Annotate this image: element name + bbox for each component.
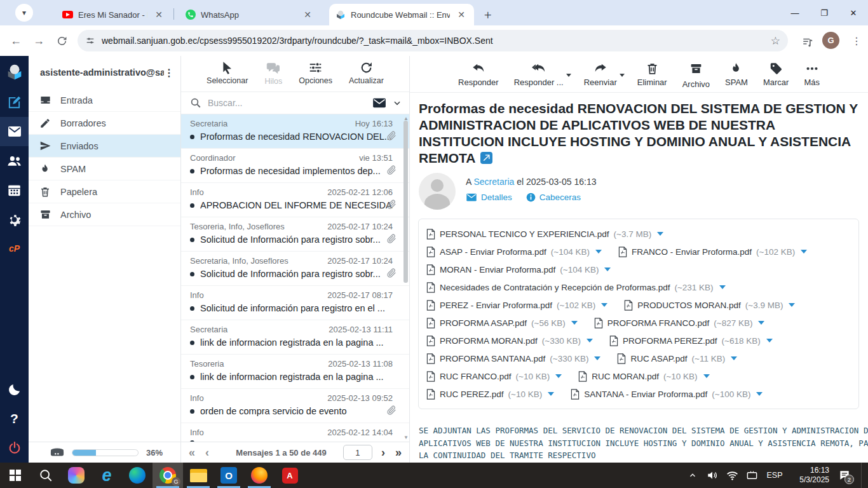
attachment-item[interactable]: RUC ASAP.pdf (~11 KB): [617, 349, 737, 367]
prev-page-button[interactable]: ‹: [205, 446, 209, 459]
attachment-item[interactable]: PROFORMA ASAP.pdf (~56 KB): [426, 314, 578, 332]
attachment-menu-caret[interactable]: [756, 392, 763, 396]
edge-icon[interactable]: [122, 463, 153, 488]
attachment-menu-caret[interactable]: [703, 374, 710, 378]
outlook-button[interactable]: [214, 463, 244, 488]
message-row[interactable]: Coordinador vie 13:51 Proformas de neces…: [181, 149, 409, 183]
attachment-menu-caret[interactable]: [594, 356, 600, 360]
taskbar-clock[interactable]: 16:13 5/3/2025: [790, 466, 829, 485]
language-indicator[interactable]: ESP: [764, 471, 785, 480]
message-row[interactable]: Secretaria, Info, Joseflores 2025-02-17 …: [181, 252, 409, 286]
tray-chevron-icon[interactable]: [685, 463, 700, 488]
attachment-menu-caret[interactable]: [731, 356, 737, 360]
message-row[interactable]: Secretaria 2025-02-13 11:11 link de info…: [181, 320, 409, 355]
tab-close-icon[interactable]: ✕: [455, 10, 468, 20]
volume-icon[interactable]: [705, 463, 720, 488]
archive-button[interactable]: Archivo: [682, 62, 710, 89]
details-toggle[interactable]: Detalles: [466, 193, 512, 202]
contacts-nav-button[interactable]: [0, 146, 29, 175]
show-desktop-button[interactable]: [861, 463, 864, 488]
spam-button[interactable]: SPAM: [725, 62, 748, 87]
wifi-icon[interactable]: [724, 463, 740, 488]
more-button[interactable]: Más: [804, 62, 820, 87]
firefox-button[interactable]: [244, 463, 275, 488]
first-page-button[interactable]: «: [189, 446, 195, 459]
site-settings-icon[interactable]: [85, 36, 95, 46]
attachment-item[interactable]: RUC MORAN.pdf (~10 KB): [578, 367, 709, 385]
attachment-menu-caret[interactable]: [601, 303, 607, 307]
attachment-menu-caret[interactable]: [801, 250, 807, 254]
browser-menu-icon[interactable]: ⋮: [848, 32, 865, 49]
open-in-new-window-icon[interactable]: [480, 152, 492, 164]
attachment-menu-caret[interactable]: [548, 392, 554, 396]
reply-button[interactable]: Responder: [458, 62, 499, 87]
minimize-button[interactable]: —: [780, 0, 810, 25]
attachment-item[interactable]: RUC PEREZ.pdf (~10 KB): [426, 385, 554, 403]
attachment-name[interactable]: RUC MORAN.pdf: [592, 372, 659, 381]
search-input[interactable]: [208, 98, 366, 108]
message-row[interactable]: Info 2025-02-12 14:04: [181, 423, 409, 442]
attachment-item[interactable]: Necesidades de Contratación y Recepción …: [426, 278, 726, 296]
display-connect-icon[interactable]: [744, 463, 759, 488]
attachment-menu-caret[interactable]: [758, 321, 764, 325]
attachment-item[interactable]: SANTANA - Enviar Proforma.pdf (~100 KB): [571, 385, 763, 403]
attachment-item[interactable]: PEREZ - Enviar Proforma.pdf (~102 KB): [426, 296, 607, 314]
compose-button[interactable]: [0, 88, 29, 117]
message-row[interactable]: Tesoreria, Info, Joseflores 2025-02-17 1…: [181, 217, 409, 252]
attachment-item[interactable]: PRODUCTOS MORAN.pdf (~3.9 MB): [624, 296, 795, 314]
reply-all-button[interactable]: Responder ...: [514, 62, 564, 87]
restore-button[interactable]: ❐: [810, 0, 839, 25]
help-button[interactable]: ?: [0, 404, 29, 433]
tab-roundcube[interactable]: Roundcube Webmail :: Enviados ✕: [329, 4, 474, 25]
copilot-icon[interactable]: [61, 463, 92, 488]
attachment-name[interactable]: RUC FRANCO.pdf: [440, 372, 512, 381]
reply-all-dropdown-caret[interactable]: [566, 74, 571, 77]
tab-youtube[interactable]: Eres Mi Sanador - Musica de A ✕: [56, 4, 172, 25]
options-button[interactable]: Opciones: [299, 61, 332, 85]
forward-button[interactable]: →: [31, 32, 47, 49]
attachment-item[interactable]: PROFORMA MORAN.pdf (~330 KB): [426, 332, 593, 349]
settings-nav-button[interactable]: [0, 205, 29, 234]
browser-profile-avatar[interactable]: G: [822, 32, 839, 49]
forward-dropdown-caret[interactable]: [620, 74, 625, 77]
close-button[interactable]: ✕: [839, 0, 868, 25]
attachment-name[interactable]: PROFORMA ASAP.pdf: [440, 318, 527, 328]
mail-nav-button[interactable]: [0, 117, 29, 146]
attachment-menu-caret[interactable]: [595, 250, 602, 254]
acrobat-button[interactable]: A: [275, 463, 305, 488]
tab-whatsapp[interactable]: WhatsApp ✕: [179, 4, 320, 25]
logout-button[interactable]: [0, 433, 29, 463]
url-text[interactable]: webmail.sanjuan.gob.ec/cpsess9955019202/…: [102, 36, 766, 46]
calendar-nav-button[interactable]: [0, 175, 29, 205]
attachment-name[interactable]: PROFORMA FRANCO.pdf: [607, 318, 710, 328]
message-row[interactable]: Secretaria Hoy 16:13 Proformas de necesi…: [181, 114, 409, 149]
chrome-taskbar-button[interactable]: G: [153, 463, 183, 488]
folder-item-archivo[interactable]: Archivo: [29, 203, 180, 226]
search-scope-mail-icon[interactable]: [372, 97, 386, 109]
back-button[interactable]: ←: [8, 32, 24, 49]
attachment-item[interactable]: PROFORMA SANTANA.pdf (~330 KB): [426, 349, 600, 367]
account-menu-icon[interactable]: ⋮: [164, 67, 174, 79]
folder-item-papelera[interactable]: Papelera: [29, 180, 180, 203]
attachment-menu-caret[interactable]: [571, 321, 578, 325]
next-page-button[interactable]: ›: [381, 446, 385, 459]
cpanel-link[interactable]: cP: [0, 234, 29, 263]
tab-close-icon[interactable]: ✕: [153, 10, 165, 20]
attachment-item[interactable]: RUC FRANCO.pdf (~10 KB): [426, 367, 562, 385]
attachment-item[interactable]: FRANCO - Enviar Proforma.pdf (~102 KB): [618, 243, 807, 261]
attachment-menu-caret[interactable]: [555, 374, 562, 378]
file-explorer-button[interactable]: [183, 463, 214, 488]
list-scrollbar-thumb[interactable]: [403, 121, 408, 283]
headers-toggle[interactable]: Cabeceras: [526, 193, 581, 202]
attachment-name[interactable]: RUC PEREZ.pdf: [440, 390, 504, 399]
attachment-menu-caret[interactable]: [789, 303, 795, 307]
folder-item-borradores[interactable]: Borradores: [29, 112, 180, 135]
tab-close-icon[interactable]: ✕: [301, 10, 314, 20]
attachment-item[interactable]: ASAP - Enviar Proforma.pdf (~104 KB): [426, 243, 602, 261]
list-scrollbar[interactable]: ▲ ▼: [403, 116, 409, 440]
address-bar[interactable]: webmail.sanjuan.gob.ec/cpsess9955019202/…: [78, 30, 788, 51]
search-options-chevron-icon[interactable]: [393, 98, 402, 107]
last-page-button[interactable]: »: [395, 446, 402, 459]
roundcube-logo[interactable]: [0, 56, 29, 88]
attachment-item[interactable]: PERSONAL TECNICO Y EXPERIENCIA.pdf (~3.7…: [426, 225, 663, 243]
